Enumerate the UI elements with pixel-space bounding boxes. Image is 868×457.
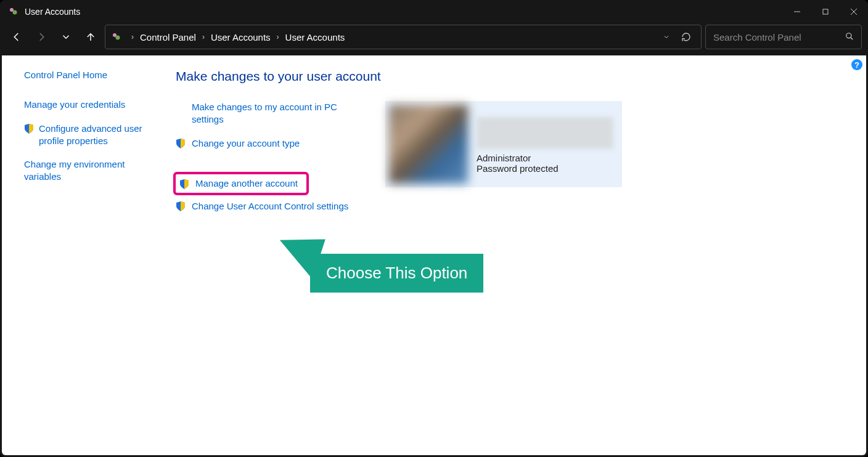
- recent-locations-button[interactable]: [55, 26, 76, 47]
- search-input[interactable]: [713, 32, 845, 42]
- sidebar-link-advanced-profile[interactable]: Configure advanced user profile properti…: [39, 123, 150, 148]
- callout-text: Choose This Option: [326, 264, 467, 282]
- manage-another-account-link[interactable]: Manage another account: [195, 178, 298, 188]
- search-icon[interactable]: [845, 32, 854, 42]
- uac-shield-icon: [24, 124, 34, 134]
- chevron-right-icon[interactable]: ›: [131, 33, 134, 41]
- chevron-right-icon[interactable]: ›: [277, 33, 279, 41]
- breadcrumb-item[interactable]: User Accounts: [211, 32, 271, 42]
- titlebar: User Accounts: [0, 0, 868, 23]
- account-card[interactable]: Administrator Password protected: [385, 101, 622, 187]
- sidebar: Control Panel Home Manage your credentia…: [2, 55, 161, 455]
- breadcrumb-item[interactable]: User Accounts: [285, 32, 345, 42]
- main-panel: Make changes to your user account Make c…: [161, 55, 866, 455]
- account-name-redacted: [477, 117, 613, 149]
- address-dropdown-button[interactable]: [658, 33, 675, 41]
- forward-button[interactable]: [31, 26, 52, 47]
- change-account-type-link[interactable]: Change your account type: [192, 137, 300, 150]
- window-title: User Accounts: [25, 7, 783, 17]
- sidebar-link-env-vars[interactable]: Change my environment variables: [24, 158, 150, 184]
- maximize-button[interactable]: [811, 0, 840, 23]
- sidebar-link-credentials[interactable]: Manage your credentials: [24, 99, 150, 111]
- search-box[interactable]: [705, 25, 862, 49]
- uac-shield-icon: [179, 179, 189, 189]
- refresh-button[interactable]: [678, 32, 695, 42]
- address-bar[interactable]: › Control Panel › User Accounts › User A…: [105, 25, 702, 49]
- close-button[interactable]: [840, 0, 868, 23]
- account-role: Administrator: [477, 153, 613, 163]
- up-button[interactable]: [80, 26, 101, 47]
- breadcrumb-item[interactable]: Control Panel: [140, 32, 196, 42]
- control-panel-home-link[interactable]: Control Panel Home: [24, 69, 150, 81]
- avatar: [389, 105, 468, 184]
- navbar: › Control Panel › User Accounts › User A…: [0, 23, 868, 55]
- user-accounts-icon: [112, 32, 121, 42]
- svg-rect-3: [823, 9, 828, 14]
- uac-shield-icon: [176, 139, 186, 148]
- svg-line-9: [851, 37, 853, 39]
- uac-settings-link[interactable]: Change User Account Control settings: [192, 200, 348, 212]
- page-heading: Make changes to your user account: [176, 69, 841, 84]
- highlighted-option: Manage another account: [173, 172, 309, 195]
- chevron-right-icon[interactable]: ›: [202, 33, 205, 41]
- pc-settings-link[interactable]: Make changes to my account in PC setting…: [192, 101, 361, 126]
- svg-point-1: [13, 10, 17, 15]
- svg-point-7: [116, 36, 120, 40]
- svg-point-8: [846, 33, 851, 38]
- account-protection: Password protected: [477, 163, 613, 174]
- annotation-callout: Choose This Option: [310, 254, 483, 293]
- back-button[interactable]: [6, 26, 27, 47]
- uac-shield-icon: [176, 201, 186, 211]
- user-accounts-icon: [9, 7, 18, 17]
- minimize-button[interactable]: [783, 0, 811, 23]
